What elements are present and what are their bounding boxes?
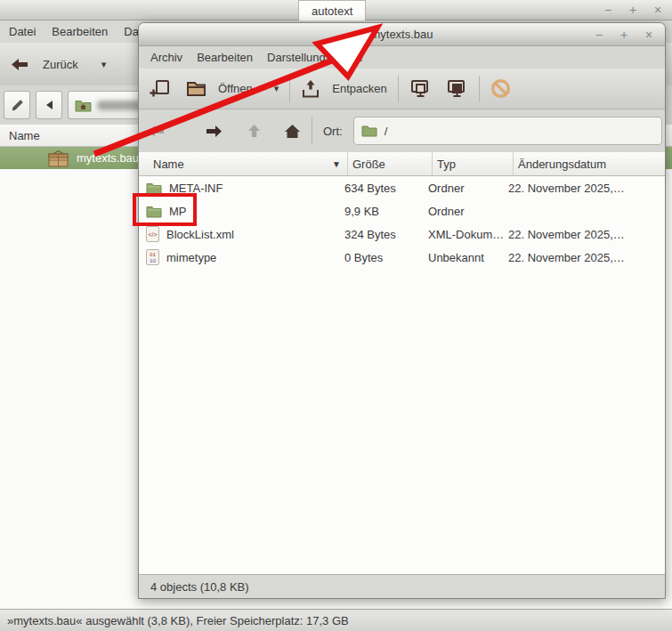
column-label: Name bbox=[153, 158, 184, 171]
menu-archiv[interactable]: Archiv bbox=[150, 51, 182, 64]
archive-toolbar: Öffnen ▾ Entpacken bbox=[139, 69, 665, 109]
new-archive-icon bbox=[150, 79, 170, 99]
column-header-size[interactable]: Größe bbox=[348, 152, 433, 175]
fm-column-name: Name bbox=[9, 129, 40, 142]
cell-name: META-INF bbox=[169, 182, 223, 195]
column-header-name[interactable]: Name ▼ bbox=[139, 152, 348, 175]
cell-modified: 22. November 2025,… bbox=[504, 182, 665, 195]
archive-window-title: mytexts.bau bbox=[370, 28, 433, 41]
archive-statusbar: 4 objects (10,8 KB) bbox=[139, 574, 665, 598]
binary-file-icon: 01 10 bbox=[146, 249, 159, 265]
cell-name: BlockList.xml bbox=[166, 228, 234, 241]
archive-close-button[interactable]: × bbox=[642, 28, 656, 42]
archive-list-header: Name ▼ Größe Typ Änderungsdatum bbox=[139, 152, 665, 176]
chevron-down-icon: ▾ bbox=[274, 83, 279, 94]
column-header-modified[interactable]: Änderungsdatum bbox=[514, 152, 665, 175]
toolbar-separator bbox=[289, 76, 290, 102]
folder-icon bbox=[146, 205, 162, 218]
open-folder-icon bbox=[186, 80, 206, 97]
folder-home-icon bbox=[75, 99, 92, 112]
screen-paste-icon bbox=[446, 79, 468, 99]
breadcrumb-back-button[interactable] bbox=[36, 91, 62, 119]
nav-home-button[interactable] bbox=[284, 124, 301, 139]
fm-menu-bearbeiten[interactable]: Bearbeiten bbox=[52, 25, 108, 38]
screen-paste-button[interactable] bbox=[446, 79, 468, 99]
cell-name: mimetype bbox=[166, 251, 216, 264]
cell-modified: 22. November 2025,… bbox=[504, 228, 665, 241]
fm-window-title: autotext bbox=[298, 0, 366, 20]
back-arrow-icon bbox=[11, 58, 28, 71]
table-row[interactable]: </> BlockList.xml 324 Bytes XML-Dokum… 2… bbox=[139, 222, 665, 246]
archive-minimize-button[interactable]: − bbox=[592, 28, 606, 42]
fm-menu-datei[interactable]: Datei bbox=[9, 25, 36, 38]
archive-menubar: Archiv Bearbeiten Darstellung Hilfe bbox=[139, 46, 665, 69]
left-triangle-icon bbox=[45, 100, 53, 110]
folder-icon bbox=[146, 182, 162, 195]
cell-type: Unbekannt bbox=[424, 251, 504, 264]
menu-darstellung[interactable]: Darstellung bbox=[267, 51, 326, 64]
table-row[interactable]: MP 9,9 KB Ordner bbox=[139, 199, 665, 222]
table-row[interactable]: 01 10 mimetype 0 Bytes Unbekannt 22. Nov… bbox=[139, 246, 665, 269]
fm-close-button[interactable]: × bbox=[651, 3, 665, 17]
prohibition-icon bbox=[490, 78, 511, 99]
table-row[interactable]: META-INF 634 Bytes Ordner 22. November 2… bbox=[139, 176, 665, 199]
open-button-label: Öffnen bbox=[218, 82, 253, 95]
column-label: Typ bbox=[437, 158, 456, 171]
archive-navbar: Ort: / bbox=[139, 109, 665, 152]
fm-titlebar[interactable]: autotext − + × bbox=[0, 0, 672, 20]
fm-minimize-button[interactable]: − bbox=[601, 3, 615, 17]
edit-location-button[interactable] bbox=[4, 91, 30, 119]
desktop: autotext − + × Datei Bearbeiten Darstell… bbox=[0, 0, 672, 631]
archive-status-text: 4 objects (10,8 KB) bbox=[150, 580, 249, 594]
navbar-separator bbox=[312, 117, 312, 144]
svg-text:</>: </> bbox=[148, 231, 157, 238]
fm-statusbar: »mytexts.bau« ausgewählt (3,8 KB), Freie… bbox=[0, 609, 672, 631]
open-archive-button[interactable]: Öffnen ▾ bbox=[186, 80, 279, 97]
nav-forward-button[interactable] bbox=[206, 125, 223, 138]
chevron-down-icon[interactable]: ▾ bbox=[101, 59, 107, 70]
cell-modified: 22. November 2025,… bbox=[504, 251, 665, 264]
archive-titlebar[interactable]: mytexts.bau − + × bbox=[139, 23, 665, 46]
cell-size: 324 Bytes bbox=[340, 228, 424, 241]
toolbar-separator bbox=[479, 76, 480, 102]
new-archive-button[interactable] bbox=[150, 79, 170, 99]
column-header-type[interactable]: Typ bbox=[433, 152, 514, 175]
fm-maximize-button[interactable]: + bbox=[626, 3, 640, 17]
archive-manager-window: mytexts.bau − + × Archiv Bearbeiten Dars… bbox=[138, 22, 666, 599]
sort-descending-icon: ▼ bbox=[332, 159, 341, 169]
cell-size: 0 Bytes bbox=[340, 251, 424, 264]
location-path: / bbox=[385, 125, 388, 138]
fm-selected-file-label: mytexts.bau bbox=[77, 151, 139, 165]
location-bar[interactable]: / bbox=[353, 117, 662, 145]
svg-text:10: 10 bbox=[150, 258, 157, 264]
cell-size: 634 Bytes bbox=[340, 182, 424, 195]
fm-back-button[interactable]: Zurück bbox=[43, 58, 78, 71]
extract-icon bbox=[301, 79, 320, 99]
archive-window-controls: − + × bbox=[592, 23, 656, 45]
screen-copy-icon bbox=[409, 79, 432, 99]
column-label: Änderungsdatum bbox=[518, 158, 606, 171]
toolbar-separator bbox=[398, 76, 399, 102]
nav-back-button[interactable] bbox=[148, 125, 165, 138]
extract-button-label: Entpacken bbox=[332, 82, 386, 95]
nav-up-button[interactable] bbox=[247, 124, 261, 138]
xml-file-icon: </> bbox=[146, 226, 159, 242]
column-label: Größe bbox=[352, 158, 385, 171]
cell-size: 9,9 KB bbox=[340, 205, 424, 218]
archive-maximize-button[interactable]: + bbox=[617, 28, 631, 42]
cell-type: Ordner bbox=[424, 182, 504, 195]
stop-button[interactable] bbox=[490, 78, 511, 99]
screen-copy-button[interactable] bbox=[409, 79, 432, 99]
folder-icon bbox=[361, 125, 377, 137]
menu-bearbeiten[interactable]: Bearbeiten bbox=[197, 51, 253, 64]
fm-status-text: »mytexts.bau« ausgewählt (3,8 KB), Freie… bbox=[7, 614, 349, 627]
archive-box-icon bbox=[48, 150, 69, 167]
fm-window-controls: − + × bbox=[601, 0, 665, 20]
menu-hilfe[interactable]: Hilfe bbox=[340, 51, 363, 64]
cell-name: MP bbox=[169, 205, 187, 218]
extract-button[interactable]: Entpacken bbox=[301, 79, 386, 99]
location-label: Ort: bbox=[323, 125, 343, 138]
archive-file-area[interactable] bbox=[139, 269, 665, 574]
cell-type: XML-Dokum… bbox=[424, 228, 504, 241]
pencil-icon bbox=[11, 99, 24, 112]
